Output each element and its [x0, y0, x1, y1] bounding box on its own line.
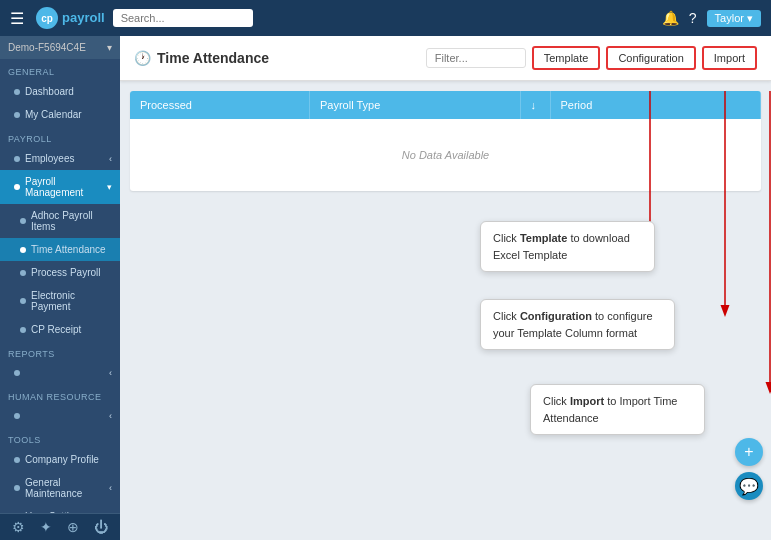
- th-sort[interactable]: ↓: [521, 91, 551, 119]
- dot-icon: [20, 218, 26, 224]
- page-header: 🕐 Time Attendance Template Configuration…: [120, 36, 771, 81]
- page-title: Time Attendance: [157, 50, 269, 66]
- section-general: GENERAL: [0, 59, 120, 80]
- sidebar: Demo-F5694C4E ▾ GENERAL Dashboard My Cal…: [0, 36, 120, 540]
- fab-area: + 💬: [735, 438, 763, 500]
- sidebar-item-dashboard[interactable]: Dashboard: [0, 80, 120, 103]
- sidebar-item-cp-receipt[interactable]: CP Receipt: [0, 318, 120, 341]
- arrow-icon: ‹: [109, 154, 112, 164]
- fab-chat[interactable]: 💬: [735, 472, 763, 500]
- section-reports: REPORTS: [0, 341, 120, 362]
- th-period: Period: [551, 91, 762, 119]
- help-icon[interactable]: ?: [689, 10, 697, 26]
- dot-icon: [20, 298, 26, 304]
- arrow-icon: ‹: [109, 483, 112, 493]
- tooltip-import: Click Import to Import Time Attendance: [530, 384, 705, 435]
- section-tools: TOOLS: [0, 427, 120, 448]
- section-hr: HUMAN RESOURCE: [0, 384, 120, 405]
- sidebar-item-mycalendar[interactable]: My Calendar: [0, 103, 120, 126]
- layout: Demo-F5694C4E ▾ GENERAL Dashboard My Cal…: [0, 36, 771, 540]
- fab-plus[interactable]: +: [735, 438, 763, 466]
- dot-icon: [20, 270, 26, 276]
- top-search-input[interactable]: [113, 9, 253, 27]
- dot-icon: [14, 370, 20, 376]
- import-button[interactable]: Import: [702, 46, 757, 70]
- sidebar-bottom: ⚙ ✦ ⊕ ⏻: [0, 513, 120, 540]
- arrow-icon: ▾: [107, 182, 112, 192]
- dot-icon: [14, 485, 20, 491]
- tooltip-template: Click Template to download Excel Templat…: [480, 221, 655, 272]
- nav-right: 🔔 ? Taylor ▾: [662, 10, 761, 27]
- power-icon[interactable]: ⏻: [94, 519, 108, 535]
- table-area: Processed Payroll Type ↓ Period No Data …: [130, 91, 761, 191]
- top-nav: ☰ cp payroll 🔔 ? Taylor ▾: [0, 0, 771, 36]
- sidebar-item-employees[interactable]: Employees ‹: [0, 147, 120, 170]
- sidebar-item-process-payroll[interactable]: Process Payroll: [0, 261, 120, 284]
- main-content: 🕐 Time Attendance Template Configuration…: [120, 36, 771, 540]
- dot-icon: [14, 413, 20, 419]
- dot-icon: [20, 247, 26, 253]
- dot-icon: [14, 457, 20, 463]
- arrow-icon: ‹: [109, 411, 112, 421]
- th-payroll-type: Payroll Type: [310, 91, 521, 119]
- sidebar-item-electronic-payment[interactable]: Electronic Payment: [0, 284, 120, 318]
- tooltip-configuration: Click Configuration to configure your Te…: [480, 299, 675, 350]
- sidebar-item-company-profile[interactable]: Company Profile: [0, 448, 120, 471]
- logo-text: payroll: [62, 11, 105, 25]
- logo-icon: cp: [36, 7, 58, 29]
- th-processed: Processed: [130, 91, 310, 119]
- user-menu[interactable]: Taylor ▾: [707, 10, 761, 27]
- hamburger-icon[interactable]: ☰: [10, 9, 24, 28]
- sidebar-item-general-maintenance[interactable]: General Maintenance ‹: [0, 471, 120, 505]
- sidebar-item-time-attendance[interactable]: Time Attendance: [0, 238, 120, 261]
- template-button[interactable]: Template: [532, 46, 601, 70]
- dot-icon: [14, 184, 20, 190]
- company-selector[interactable]: Demo-F5694C4E ▾: [0, 36, 120, 59]
- logo: cp payroll: [36, 7, 105, 29]
- add-icon[interactable]: ⊕: [67, 519, 79, 535]
- sidebar-item-reports[interactable]: ‹: [0, 362, 120, 384]
- sidebar-item-hr[interactable]: ‹: [0, 405, 120, 427]
- section-payroll: PAYROLL: [0, 126, 120, 147]
- header-right: Template Configuration Import: [426, 46, 757, 70]
- dot-icon: [14, 89, 20, 95]
- star-icon[interactable]: ✦: [40, 519, 52, 535]
- sidebar-item-payroll-management[interactable]: Payroll Management ▾: [0, 170, 120, 204]
- page-title-area: 🕐 Time Attendance: [134, 50, 269, 66]
- dot-icon: [20, 327, 26, 333]
- arrow-icon: ‹: [109, 368, 112, 378]
- dot-icon: [14, 112, 20, 118]
- no-data-message: No Data Available: [130, 119, 761, 191]
- table-header: Processed Payroll Type ↓ Period: [130, 91, 761, 119]
- dot-icon: [14, 156, 20, 162]
- page-icon: 🕐: [134, 50, 151, 66]
- bell-icon[interactable]: 🔔: [662, 10, 679, 26]
- sidebar-item-adhoc[interactable]: Adhoc Payroll Items: [0, 204, 120, 238]
- filter-input[interactable]: [426, 48, 526, 68]
- configuration-button[interactable]: Configuration: [606, 46, 695, 70]
- settings-icon[interactable]: ⚙: [12, 519, 25, 535]
